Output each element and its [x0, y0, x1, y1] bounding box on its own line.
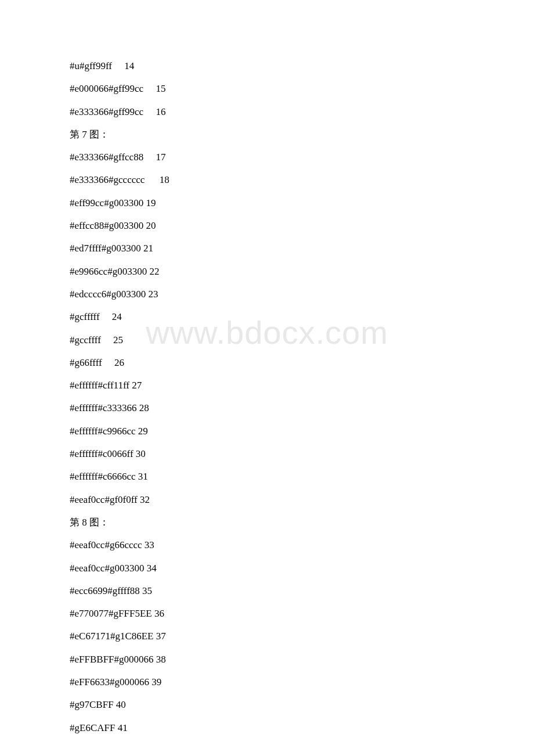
code-line: #eff99cc#g003300 19 — [70, 198, 464, 208]
document-content: #u#gff99ff 14 #e000066#gff99cc 15 #e3333… — [70, 61, 464, 746]
code-line: #g97CBFF 40 — [70, 700, 464, 710]
code-line: #e000066#gff99cc 15 — [70, 84, 464, 93]
code-line: #effffff#c9966cc 29 — [70, 426, 464, 436]
code-line: #e333366#gcccccc 18 — [70, 175, 464, 185]
code-line: #edcccc6#g003300 23 — [70, 289, 464, 299]
code-line: #ecc6699#gffff88 35 — [70, 586, 464, 596]
code-line: #gcfffff 24 — [70, 312, 464, 322]
code-line: #e770077#gFFF5EE 36 — [70, 609, 464, 618]
code-line: #effffff#c6666cc 31 — [70, 471, 464, 481]
code-line: #eC67171#g1C86EE 37 — [70, 631, 464, 641]
code-line: #g66ffff 26 — [70, 358, 464, 368]
code-line: #gccffff 25 — [70, 335, 464, 345]
code-line: #effcc88#g003300 20 — [70, 221, 464, 231]
code-line: #eeaf0cc#gf0f0ff 32 — [70, 495, 464, 505]
code-line: #eFF6633#g000066 39 — [70, 677, 464, 687]
code-line: #e9966cc#g003300 22 — [70, 267, 464, 276]
code-line: #effffff#cff11ff 27 — [70, 380, 464, 390]
code-line: #eFFBBFF#g000066 38 — [70, 654, 464, 664]
code-line: #ed7ffff#g003300 21 — [70, 243, 464, 253]
code-line: #effffff#c333366 28 — [70, 403, 464, 413]
code-line: #e333366#gffcc88 17 — [70, 152, 464, 162]
section-heading: 第 8 图： — [70, 517, 464, 527]
code-line: #eeaf0cc#g003300 34 — [70, 563, 464, 573]
code-line: #eeaf0cc#g66cccc 33 — [70, 540, 464, 550]
code-line: #gE6CAFF 41 — [70, 723, 464, 733]
section-heading: 第 7 图： — [70, 129, 464, 139]
code-line: #u#gff99ff 14 — [70, 61, 464, 71]
code-line: #e333366#gff99cc 16 — [70, 107, 464, 117]
code-line: #effffff#c0066ff 30 — [70, 449, 464, 459]
